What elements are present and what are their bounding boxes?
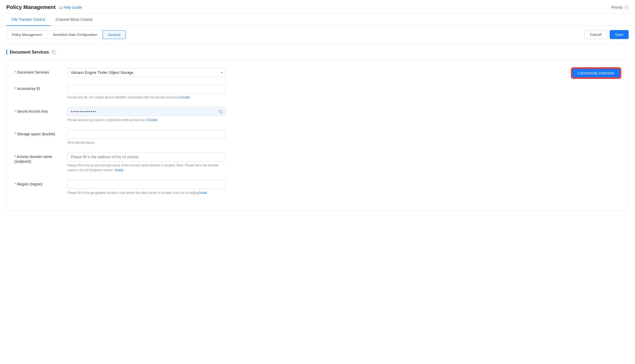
secret-key-hint: Private access key used in conjunction w… (67, 118, 226, 122)
region-guide-link[interactable]: Guide (198, 191, 207, 195)
access-key-guide-link[interactable]: Guide (182, 95, 190, 99)
sub-tabs: Policy Management Senstitive Data Config… (6, 30, 126, 39)
field-secret-access-key: Private access key used in conjunction w… (67, 107, 226, 122)
label-storage-space: * Storage space (bucket) (15, 130, 67, 136)
label-access-key-id: * AccessKey ID (15, 84, 67, 91)
required-star: * (15, 87, 16, 91)
priority-question-icon[interactable]: ? (624, 5, 629, 9)
label-document-services: * Document Services (15, 68, 67, 74)
access-domain-input[interactable] (67, 152, 226, 161)
tab-file-transfer[interactable]: File Transfer Control (6, 14, 50, 26)
required-star: * (15, 182, 16, 186)
connectivity-detection-button[interactable]: Connectivity Detection (572, 68, 620, 78)
help-guide-label: Help Guide (64, 5, 82, 9)
field-document-services: Volcano Engine Tinder Object Storage ▾ (67, 68, 226, 77)
sub-tab-general[interactable]: General (103, 30, 126, 39)
required-star: * (15, 132, 16, 136)
sub-tab-policy-mgmt[interactable]: Policy Management (6, 30, 47, 39)
label-region: * Region (region) (15, 180, 67, 186)
help-guide-icon: 🗂 (59, 5, 63, 9)
form-row-storage-space: * Storage space (bucket) Fill in Bucket … (15, 130, 620, 145)
tab-channel-block[interactable]: Channel Block Control (50, 14, 98, 26)
field-region: Please fill in the geographic location c… (67, 180, 226, 195)
form-row-access-key-id: * AccessKey ID Access key ID, the unique… (15, 84, 620, 100)
required-star: * (15, 109, 16, 113)
access-key-id-input[interactable] (67, 84, 226, 93)
region-input[interactable] (67, 180, 226, 189)
form-card: Connectivity Detection * Document Servic… (6, 60, 629, 211)
label-access-domain: * Access domain name (endpoint) (15, 152, 67, 164)
field-access-domain: Please fill in the access domain name of… (67, 152, 226, 173)
access-domain-hint: Please fill in the access domain name of… (67, 163, 226, 173)
region-hint: Please fill in the geographic location c… (67, 190, 226, 195)
main-content: Document Services ? Connectivity Detecti… (0, 44, 635, 217)
required-star: * (15, 155, 16, 159)
access-key-id-hint: Access key ID, the unique device identif… (67, 95, 226, 100)
form-row-document-services: * Document Services Volcano Engine Tinde… (15, 68, 620, 77)
required-star: * (15, 70, 16, 74)
page-title: Policy Management (6, 4, 56, 10)
access-domain-guide-link[interactable]: Guide (115, 168, 123, 172)
label-secret-access-key: * Secret Access Key (15, 107, 67, 113)
form-row-secret-access-key: * Secret Access Key Private access ke (15, 107, 620, 122)
main-tab-bar: File Transfer Control Channel Block Cont… (0, 14, 635, 26)
priority-label: Priority (611, 5, 623, 9)
cancel-button[interactable]: Cancel (584, 30, 607, 39)
toggle-password-visibility-button[interactable] (218, 109, 223, 114)
form-row-region: * Region (region) Please fill in the geo… (15, 180, 620, 195)
secret-key-guide-link[interactable]: Guide (149, 118, 157, 122)
storage-space-input[interactable] (67, 130, 226, 139)
secret-access-key-input[interactable] (67, 107, 226, 116)
section-question-icon[interactable]: ? (51, 50, 56, 55)
sub-tab-sensitive-data[interactable]: Senstitive Data Configuration (47, 30, 102, 39)
field-access-key-id: Access key ID, the unique device identif… (67, 84, 226, 100)
field-storage-space: Fill in Bucket Name. (67, 130, 226, 145)
save-button[interactable]: Save (610, 30, 629, 39)
form-row-access-domain: * Access domain name (endpoint) Please f… (15, 152, 620, 173)
help-guide-link[interactable]: 🗂 Help Guide (59, 5, 82, 9)
sub-tab-actions: Cancel Save (584, 30, 629, 39)
storage-space-hint: Fill in Bucket Name. (67, 140, 226, 145)
section-title: Document Services ? (6, 50, 629, 55)
sub-tab-bar: Policy Management Senstitive Data Config… (0, 26, 635, 44)
document-services-select[interactable]: Volcano Engine Tinder Object Storage (67, 68, 226, 77)
